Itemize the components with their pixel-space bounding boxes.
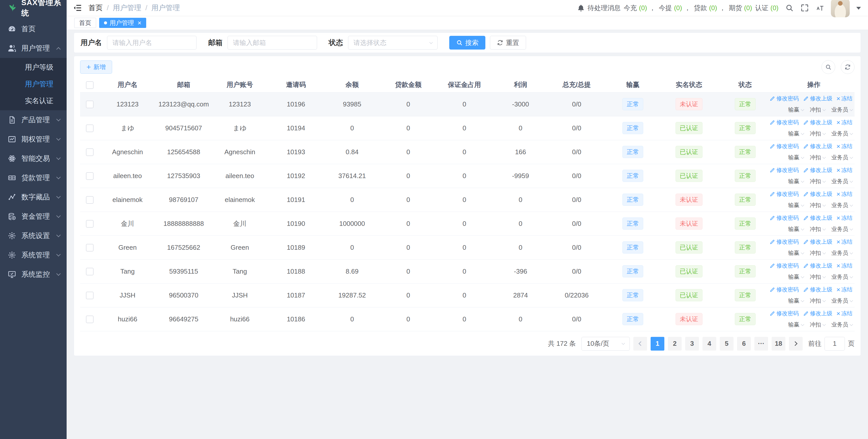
action-dropdown-1[interactable]: 冲扣	[810, 130, 825, 137]
fullscreen-icon[interactable]	[800, 4, 809, 12]
sidebar-item-4[interactable]: 智能交易	[0, 149, 67, 168]
action-dropdown-2[interactable]: 业务员	[831, 177, 852, 185]
pagination-more-button[interactable]: ···	[754, 337, 768, 350]
action-dropdown-0[interactable]: 输赢	[788, 225, 804, 233]
freeze-link[interactable]: ×冻结	[836, 286, 852, 294]
pagination-page-1[interactable]: 1	[651, 337, 664, 350]
status-select[interactable]: 请选择状态	[348, 36, 438, 49]
action-dropdown-2[interactable]: 业务员	[831, 130, 852, 137]
freeze-link[interactable]: ×冻结	[836, 166, 852, 174]
pagination-page-2[interactable]: 2	[668, 337, 682, 350]
pagination-page-18[interactable]: 18	[772, 337, 785, 350]
row-checkbox[interactable]	[86, 101, 94, 108]
row-checkbox[interactable]	[86, 148, 94, 156]
edit-link-1[interactable]: 修改上级	[803, 238, 832, 246]
sidebar-item-1[interactable]: 用户管理	[0, 39, 67, 58]
edit-link-0[interactable]: 修改密码	[769, 190, 799, 198]
edit-link-0[interactable]: 修改密码	[769, 95, 799, 102]
edit-link-0[interactable]: 修改密码	[769, 262, 799, 270]
action-dropdown-2[interactable]: 业务员	[831, 154, 852, 161]
search-button[interactable]: 搜索	[449, 36, 485, 49]
row-checkbox[interactable]	[86, 196, 94, 204]
freeze-link[interactable]: ×冻结	[836, 238, 852, 246]
page-size-select[interactable]: 10条/页	[582, 337, 630, 350]
edit-link-0[interactable]: 修改密码	[769, 310, 799, 317]
tab-close-icon[interactable]: ×	[137, 20, 142, 26]
edit-link-1[interactable]: 修改上级	[803, 310, 832, 317]
row-checkbox[interactable]	[86, 172, 94, 180]
table-refresh-button[interactable]	[841, 60, 855, 74]
action-dropdown-0[interactable]: 输赢	[788, 177, 804, 185]
edit-link-1[interactable]: 修改上级	[803, 190, 832, 198]
menu-fold-icon[interactable]	[73, 3, 82, 13]
select-all-checkbox[interactable]	[86, 81, 94, 89]
freeze-link[interactable]: ×冻结	[836, 310, 852, 317]
sidebar-item-9[interactable]: 系统管理	[0, 245, 67, 265]
edit-link-0[interactable]: 修改密码	[769, 119, 799, 126]
tab-0[interactable]: 首页	[74, 18, 96, 28]
column-search-button[interactable]	[822, 60, 835, 74]
sidebar-item-0[interactable]: 首页	[0, 19, 67, 39]
breadcrumb-item[interactable]: 用户管理	[113, 3, 142, 13]
edit-link-0[interactable]: 修改密码	[769, 142, 799, 150]
sidebar-item-8[interactable]: 系统设置	[0, 226, 67, 245]
edit-link-0[interactable]: 修改密码	[769, 286, 799, 294]
action-dropdown-0[interactable]: 输赢	[788, 130, 804, 137]
edit-link-1[interactable]: 修改上级	[803, 166, 832, 174]
row-checkbox[interactable]	[86, 292, 94, 299]
add-button[interactable]: + 新增	[80, 61, 112, 74]
row-checkbox[interactable]	[86, 315, 94, 323]
action-dropdown-0[interactable]: 输赢	[788, 249, 804, 257]
action-dropdown-1[interactable]: 冲扣	[810, 177, 825, 185]
sidebar-subitem-1[interactable]: 用户管理	[0, 76, 67, 93]
pagination-page-6[interactable]: 6	[737, 337, 751, 350]
sidebar-item-7[interactable]: 资金管理	[0, 207, 67, 226]
edit-link-1[interactable]: 修改上级	[803, 286, 832, 294]
freeze-link[interactable]: ×冻结	[836, 95, 852, 102]
pagination-prev-button[interactable]	[633, 337, 647, 350]
edit-link-1[interactable]: 修改上级	[803, 262, 832, 270]
font-size-icon[interactable]	[816, 4, 824, 12]
pagination-page-5[interactable]: 5	[720, 337, 734, 350]
freeze-link[interactable]: ×冻结	[836, 142, 852, 150]
edit-link-0[interactable]: 修改密码	[769, 166, 799, 174]
action-dropdown-2[interactable]: 业务员	[831, 106, 852, 113]
freeze-link[interactable]: ×冻结	[836, 214, 852, 222]
sidebar-item-2[interactable]: 产品管理	[0, 110, 67, 130]
action-dropdown-2[interactable]: 业务员	[831, 225, 852, 233]
sidebar-item-6[interactable]: 数字藏品	[0, 188, 67, 207]
pagination-page-4[interactable]: 4	[703, 337, 716, 350]
user-avatar[interactable]	[831, 0, 850, 17]
username-input[interactable]	[107, 36, 196, 49]
bell-icon[interactable]	[577, 4, 585, 12]
action-dropdown-1[interactable]: 冲扣	[810, 273, 825, 281]
edit-link-1[interactable]: 修改上级	[803, 95, 832, 102]
sidebar-subitem-2[interactable]: 实名认证	[0, 93, 67, 109]
tab-1[interactable]: 用户管理×	[99, 18, 146, 28]
row-checkbox[interactable]	[86, 220, 94, 228]
action-dropdown-0[interactable]: 输赢	[788, 201, 804, 209]
goto-page-input[interactable]	[825, 337, 845, 350]
action-dropdown-0[interactable]: 输赢	[788, 154, 804, 161]
sidebar-item-10[interactable]: 系统监控	[0, 265, 67, 284]
sidebar-item-3[interactable]: 期权管理	[0, 130, 67, 149]
freeze-link[interactable]: ×冻结	[836, 262, 852, 270]
search-icon[interactable]	[785, 4, 794, 12]
reset-button[interactable]: 重置	[490, 36, 526, 49]
action-dropdown-1[interactable]: 冲扣	[810, 321, 825, 329]
action-dropdown-0[interactable]: 输赢	[788, 297, 804, 305]
action-dropdown-2[interactable]: 业务员	[831, 297, 852, 305]
email-input[interactable]	[227, 36, 317, 49]
action-dropdown-1[interactable]: 冲扣	[810, 297, 825, 305]
edit-link-1[interactable]: 修改上级	[803, 142, 832, 150]
caret-down-icon[interactable]	[856, 7, 861, 12]
freeze-link[interactable]: ×冻结	[836, 190, 852, 198]
action-dropdown-2[interactable]: 业务员	[831, 249, 852, 257]
row-checkbox[interactable]	[86, 268, 94, 275]
breadcrumb-item[interactable]: 首页	[89, 3, 103, 13]
action-dropdown-1[interactable]: 冲扣	[810, 154, 825, 161]
pagination-page-3[interactable]: 3	[685, 337, 699, 350]
action-dropdown-1[interactable]: 冲扣	[810, 225, 825, 233]
action-dropdown-0[interactable]: 输赢	[788, 321, 804, 329]
sidebar-item-5[interactable]: 贷款管理	[0, 168, 67, 188]
